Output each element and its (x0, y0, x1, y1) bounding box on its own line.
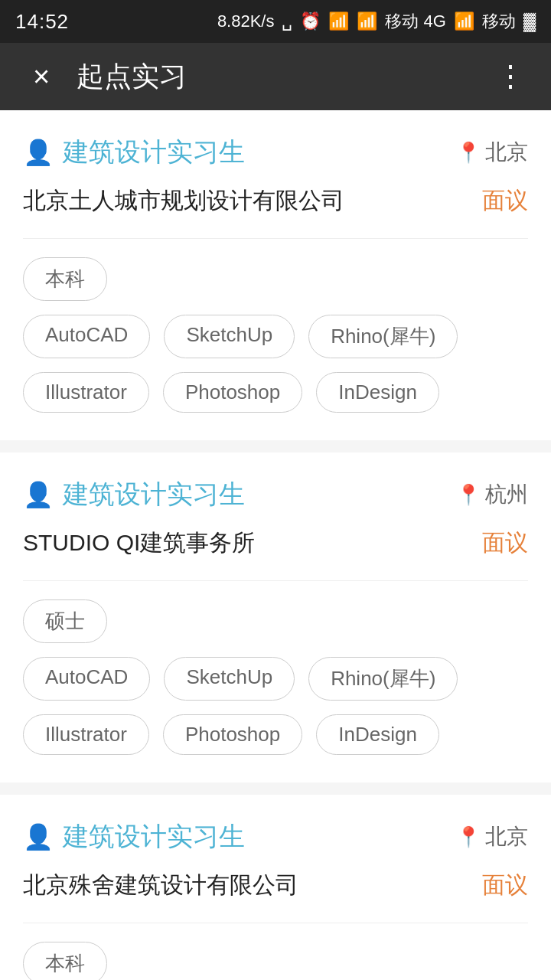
network-speed: 8.82K/s (217, 11, 275, 31)
tags-row-education: 硕士 (23, 599, 528, 643)
person-icon: 👤 (23, 138, 54, 167)
tag-skill: InDesign (316, 372, 439, 413)
tags-row-skills: AutoCADSketchUpRhino(犀牛)IllustratorPhoto… (23, 315, 528, 413)
location-icon: 📍 (456, 825, 481, 849)
tag-skill: Rhino(犀牛) (308, 315, 458, 358)
alarm-icon: ⏰ (300, 11, 321, 31)
card-title-row: 👤 建筑设计实习生 (23, 135, 245, 170)
divider (23, 923, 528, 923)
person-icon: 👤 (23, 480, 54, 509)
location-text: 北京 (485, 138, 528, 167)
tag-skill: SketchUp (164, 315, 295, 358)
tag-skill: InDesign (316, 714, 439, 755)
close-button[interactable]: × (18, 60, 64, 93)
job-title: 建筑设计实习生 (63, 819, 245, 854)
tag-skill: Photoshop (163, 372, 302, 413)
salary: 面议 (482, 185, 528, 217)
status-time: 14:52 (15, 10, 69, 34)
tag-education: 本科 (23, 257, 107, 301)
card-header: 👤 建筑设计实习生 📍 北京 (23, 135, 528, 170)
tag-skill: Illustrator (23, 714, 149, 755)
location-row: 📍 北京 (456, 822, 528, 851)
carrier-label: 移动 4G (385, 10, 445, 33)
card-company-row: 北京殊舍建筑设计有限公司 面议 (23, 870, 528, 901)
wifi-icon: 📶 (328, 11, 349, 31)
location-text: 北京 (485, 822, 528, 851)
job-title: 建筑设计实习生 (63, 135, 245, 170)
tag-education: 硕士 (23, 599, 107, 643)
job-card-3[interactable]: 👤 建筑设计实习生 📍 北京 北京殊舍建筑设计有限公司 面议 本科 AutoCA… (0, 795, 551, 980)
location-icon: 📍 (456, 483, 481, 507)
tags-row-education: 本科 (23, 257, 528, 301)
job-card-1[interactable]: 👤 建筑设计实习生 📍 北京 北京土人城市规划设计有限公司 面议 本科 Auto… (0, 110, 551, 440)
divider (23, 580, 528, 581)
page-title: 起点实习 (77, 58, 487, 96)
company-name: 北京殊舍建筑设计有限公司 (23, 870, 298, 901)
card-title-row: 👤 建筑设计实习生 (23, 477, 245, 512)
salary: 面议 (482, 528, 528, 559)
company-name: 北京土人城市规划设计有限公司 (23, 185, 344, 217)
cards-list: 👤 建筑设计实习生 📍 北京 北京土人城市规划设计有限公司 面议 本科 Auto… (0, 110, 551, 980)
location-row: 📍 杭州 (456, 480, 528, 509)
bluetooth-icon: ␣ (282, 11, 292, 31)
location-row: 📍 北京 (456, 138, 528, 167)
tag-skill: Illustrator (23, 372, 149, 413)
nav-bar: × 起点实习 ⋮ (0, 43, 551, 110)
person-icon: 👤 (23, 822, 54, 851)
battery-icon: ▓ (523, 11, 536, 31)
more-button[interactable]: ⋮ (487, 60, 533, 93)
salary: 面议 (482, 870, 528, 901)
card-header: 👤 建筑设计实习生 📍 北京 (23, 819, 528, 854)
carrier2-label: 移动 (482, 10, 516, 33)
status-bar: 14:52 8.82K/s ␣ ⏰ 📶 📶 移动 4G 📶 移动 ▓ (0, 0, 551, 43)
job-title: 建筑设计实习生 (63, 477, 245, 512)
tags-row-skills: AutoCADSketchUpRhino(犀牛)IllustratorPhoto… (23, 657, 528, 755)
tag-skill: AutoCAD (23, 657, 150, 701)
tag-skill: SketchUp (164, 657, 295, 701)
divider (23, 238, 528, 239)
card-title-row: 👤 建筑设计实习生 (23, 819, 245, 854)
status-right: 8.82K/s ␣ ⏰ 📶 📶 移动 4G 📶 移动 ▓ (217, 10, 536, 33)
tag-education: 本科 (23, 942, 107, 980)
tag-skill: AutoCAD (23, 315, 150, 358)
location-icon: 📍 (456, 141, 481, 165)
job-card-2[interactable]: 👤 建筑设计实习生 📍 杭州 STUDIO QI建筑事务所 面议 硕士 Auto… (0, 452, 551, 782)
tag-skill: Rhino(犀牛) (308, 657, 458, 701)
tag-skill: Photoshop (163, 714, 302, 755)
signal-icon: 📶 (357, 11, 377, 31)
card-company-row: STUDIO QI建筑事务所 面议 (23, 528, 528, 559)
company-name: STUDIO QI建筑事务所 (23, 528, 255, 559)
tags-row-education: 本科 (23, 942, 528, 980)
card-header: 👤 建筑设计实习生 📍 杭州 (23, 477, 528, 512)
location-text: 杭州 (485, 480, 528, 509)
signal2-icon: 📶 (454, 11, 474, 31)
card-company-row: 北京土人城市规划设计有限公司 面议 (23, 185, 528, 217)
